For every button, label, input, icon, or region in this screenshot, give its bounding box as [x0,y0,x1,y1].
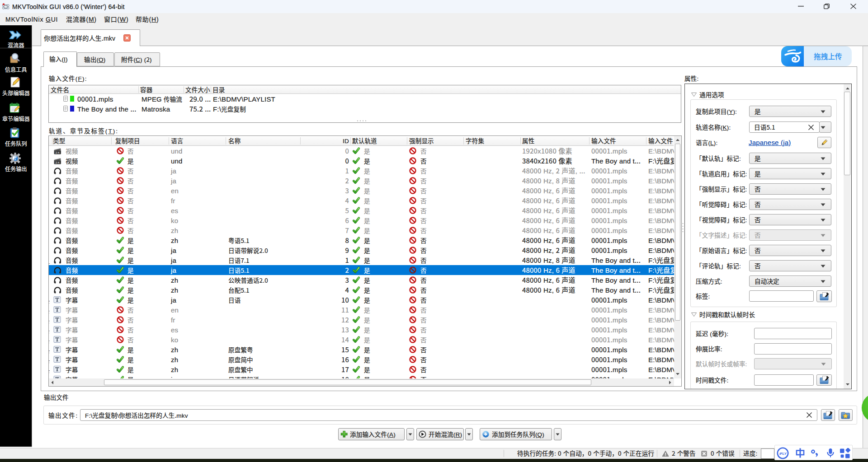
svg-text:iFLY: iFLY [779,452,787,456]
